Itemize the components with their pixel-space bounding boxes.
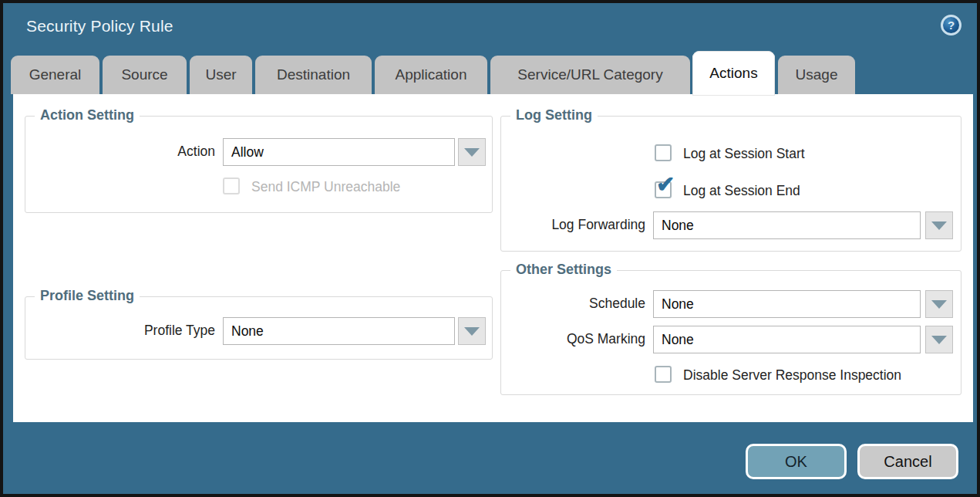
- dialog-title: Security Policy Rule: [26, 17, 173, 36]
- send-icmp-unreachable-label: Send ICMP Unreachable: [251, 179, 400, 195]
- log-forwarding-dropdown-button[interactable]: [925, 211, 953, 239]
- profile-type-dropdown-value: None: [231, 323, 264, 340]
- log-at-session-start-checkbox[interactable]: ✔: [655, 144, 672, 161]
- tab-usage[interactable]: Usage: [778, 56, 855, 94]
- disable-server-response-inspection-checkbox[interactable]: ✔: [655, 366, 672, 383]
- qos-marking-dropdown[interactable]: None: [653, 326, 921, 353]
- action-setting-legend: Action Setting: [35, 107, 140, 123]
- schedule-dropdown[interactable]: None: [653, 290, 921, 318]
- action-dropdown-value: Allow: [231, 144, 264, 161]
- log-at-session-end-checkbox[interactable]: ✔: [655, 181, 672, 198]
- chevron-down-icon: [931, 336, 947, 344]
- schedule-label: Schedule: [476, 296, 645, 312]
- action-label: Action: [13, 144, 215, 160]
- tab-general[interactable]: General: [11, 56, 99, 94]
- actions-tab-panel: Action Setting Action Allow ✔ Send ICMP …: [13, 94, 973, 422]
- log-at-session-start-label: Log at Session Start: [683, 146, 805, 162]
- help-icon[interactable]: ?: [941, 15, 961, 36]
- send-icmp-unreachable-checkbox: ✔: [223, 178, 240, 194]
- log-forwarding-label: Log Forwarding: [476, 217, 645, 233]
- qos-marking-dropdown-value: None: [662, 332, 694, 348]
- log-forwarding-dropdown-value: None: [662, 218, 694, 234]
- tab-application[interactable]: Application: [375, 56, 487, 94]
- action-dropdown-button[interactable]: [458, 138, 486, 166]
- tab-service-url-category[interactable]: Service/URL Category: [490, 56, 690, 94]
- log-forwarding-dropdown[interactable]: None: [653, 211, 921, 239]
- tab-destination[interactable]: Destination: [255, 56, 372, 94]
- disable-server-response-inspection-label: Disable Server Response Inspection: [683, 367, 901, 384]
- tab-actions[interactable]: Actions: [692, 51, 775, 96]
- other-settings-legend: Other Settings: [510, 262, 617, 278]
- log-at-session-end-label: Log at Session End: [683, 183, 800, 199]
- chevron-down-icon: [931, 300, 947, 309]
- action-dropdown[interactable]: Allow: [223, 138, 455, 166]
- schedule-dropdown-button[interactable]: [925, 290, 953, 318]
- profile-type-label: Profile Type: [13, 323, 215, 339]
- profile-setting-legend: Profile Setting: [35, 288, 140, 304]
- ok-button[interactable]: OK: [746, 444, 847, 479]
- chevron-down-icon: [931, 221, 947, 230]
- tab-user[interactable]: User: [190, 56, 252, 94]
- security-policy-rule-dialog: Security Policy Rule ? General Source Us…: [0, 0, 980, 497]
- schedule-dropdown-value: None: [662, 296, 694, 313]
- tab-source[interactable]: Source: [103, 56, 187, 94]
- log-setting-legend: Log Setting: [510, 107, 598, 123]
- profile-type-dropdown[interactable]: None: [223, 317, 455, 345]
- chevron-down-icon: [464, 148, 480, 157]
- help-icon-glyph: ?: [948, 19, 955, 32]
- qos-marking-label: QoS Marking: [476, 331, 645, 347]
- check-icon: ✔: [656, 174, 675, 196]
- cancel-button[interactable]: Cancel: [857, 444, 958, 479]
- qos-marking-dropdown-button[interactable]: [925, 326, 953, 353]
